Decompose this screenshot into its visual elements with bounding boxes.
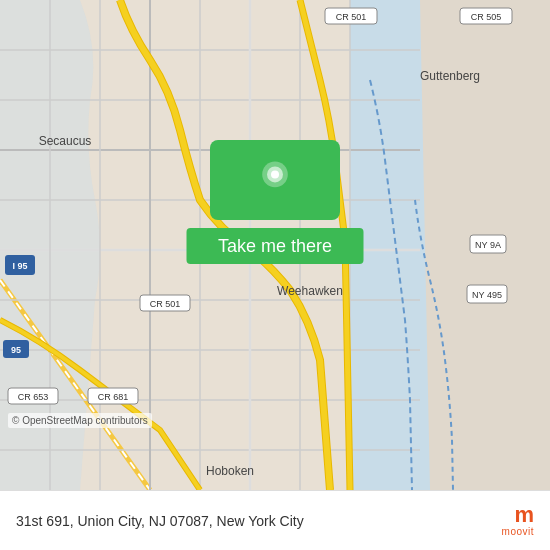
moovit-m-letter: m bbox=[514, 504, 534, 526]
svg-text:CR 505: CR 505 bbox=[471, 12, 502, 22]
svg-text:CR 501: CR 501 bbox=[150, 299, 181, 309]
svg-text:CR 501: CR 501 bbox=[336, 12, 367, 22]
map-pin-button[interactable] bbox=[210, 140, 340, 220]
osm-attribution: © OpenStreetMap contributors bbox=[8, 413, 152, 428]
map-container: CR 501 CR 505 Guttenberg Secaucus Weehaw… bbox=[0, 0, 550, 490]
moovit-brand-name: moovit bbox=[502, 526, 534, 537]
svg-text:Weehawken: Weehawken bbox=[277, 284, 343, 298]
take-me-there-button[interactable]: Take me there bbox=[187, 228, 364, 264]
svg-text:Secaucus: Secaucus bbox=[39, 134, 92, 148]
svg-text:Hoboken: Hoboken bbox=[206, 464, 254, 478]
svg-text:CR 653: CR 653 bbox=[18, 392, 49, 402]
svg-text:CR 681: CR 681 bbox=[98, 392, 129, 402]
svg-text:95: 95 bbox=[11, 345, 21, 355]
moovit-logo: m moovit bbox=[502, 504, 534, 537]
svg-text:I 95: I 95 bbox=[12, 261, 27, 271]
svg-point-46 bbox=[271, 170, 279, 178]
address-label: 31st 691, Union City, NJ 07087, New York… bbox=[16, 513, 502, 529]
bottom-bar: 31st 691, Union City, NJ 07087, New York… bbox=[0, 490, 550, 550]
svg-text:NY 495: NY 495 bbox=[472, 290, 502, 300]
svg-text:Guttenberg: Guttenberg bbox=[420, 69, 480, 83]
svg-text:NY 9A: NY 9A bbox=[475, 240, 501, 250]
